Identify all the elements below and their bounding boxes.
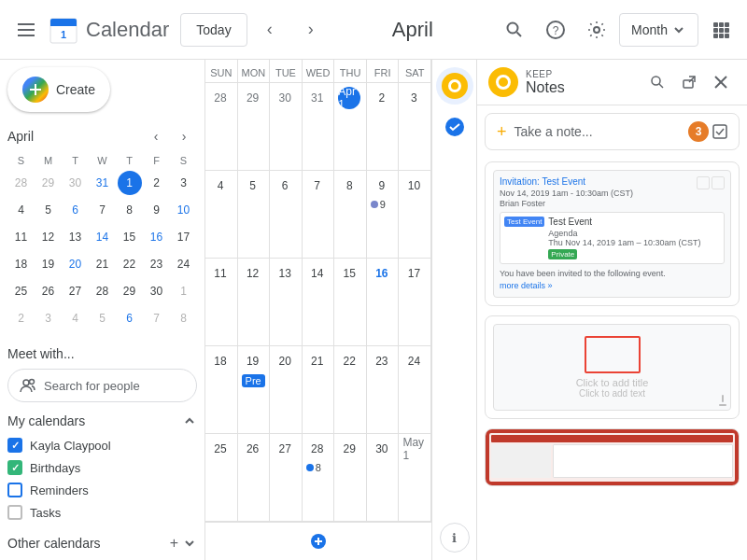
mini-day[interactable]: 2 [145,171,169,195]
cal-cell-apr29[interactable]: 29 [334,434,367,521]
cal-cell-may1[interactable]: May 1 [399,434,431,521]
cal-cell-apr13[interactable]: 13 [270,259,303,345]
menu-button[interactable] [7,11,45,49]
tasks-side-button[interactable] [436,108,473,146]
mini-day[interactable]: 17 [172,225,196,249]
mini-day[interactable]: 6 [118,306,142,330]
today-button[interactable]: Today [180,13,247,47]
mini-day[interactable]: 19 [36,252,61,276]
mini-next-button[interactable]: › [171,123,197,149]
mini-prev-button[interactable]: ‹ [143,123,169,149]
mini-day[interactable]: 16 [145,225,169,249]
mini-day[interactable]: 7 [91,198,115,222]
cal-cell-apr28[interactable]: 28 8 [303,434,335,521]
next-month-button[interactable]: › [292,11,330,49]
cal-cell-apr10[interactable]: 10 [399,171,431,258]
mini-day[interactable]: 4 [9,198,34,222]
event-chip-pre[interactable]: Pre [242,374,266,387]
mini-day[interactable]: 30 [145,279,169,303]
cal-cell-mar31[interactable]: 31 [303,83,335,170]
calendar-item-reminders[interactable]: Reminders [7,479,197,501]
mini-day[interactable]: 25 [9,279,34,303]
mini-day[interactable]: 11 [9,225,34,249]
other-calendars-header[interactable]: Other calendars + [7,535,197,552]
mini-day[interactable]: 29 [36,171,61,195]
mini-day[interactable]: 8 [118,198,142,222]
mini-day[interactable]: 18 [9,252,34,276]
mini-day[interactable]: 8 [172,306,196,330]
mini-day[interactable]: 27 [63,279,88,303]
keep-search-button[interactable] [642,67,672,97]
cal-cell-apr8[interactable]: 8 [334,171,367,258]
mini-day[interactable]: 15 [118,225,142,249]
note-card-3[interactable] [485,428,740,486]
view-mode-dropdown[interactable]: Month [619,13,698,47]
search-button[interactable] [496,11,533,49]
mini-day[interactable]: 5 [91,306,115,330]
cal-cell-apr23[interactable]: 23 [367,346,400,433]
cal-cell-apr20[interactable]: 20 [270,346,303,433]
info-button[interactable]: ℹ [440,523,470,553]
cal-cell-apr30[interactable]: 30 [367,434,400,521]
help-button[interactable]: ? [537,11,574,49]
cal-cell-apr16[interactable]: 16 [367,259,400,345]
mini-day[interactable]: 4 [63,306,88,330]
mini-day[interactable]: 24 [172,252,196,276]
mini-day[interactable]: 12 [36,225,61,249]
cal-cell-apr15[interactable]: 15 [334,259,367,345]
mini-day[interactable]: 30 [63,171,88,195]
calendar-item-birthdays[interactable]: ✓ Birthdays [7,456,197,479]
calendar-item-kayla[interactable]: ✓ Kayla Claypool [7,434,197,456]
cal-cell-mar29[interactable]: 29 [238,83,271,170]
cal-cell-apr6[interactable]: 6 [270,171,303,258]
note-card-2[interactable]: Click to add title Click to add text [485,315,740,419]
mini-day[interactable]: 28 [91,279,115,303]
cal-cell-apr24[interactable]: 24 [399,346,431,433]
prev-month-button[interactable]: ‹ [251,11,289,49]
mini-day[interactable]: 23 [145,252,169,276]
mini-day[interactable]: 2 [9,306,34,330]
keep-close-button[interactable] [706,67,736,97]
cal-cell-apr27[interactable]: 27 [270,434,303,521]
cal-cell-apr7[interactable]: 7 [303,171,335,258]
cal-cell-apr19[interactable]: 19 Pre [238,346,271,433]
mini-day[interactable]: 13 [63,225,88,249]
cal-cell-mar30[interactable]: 30 [270,83,303,170]
calendar-item-tasks[interactable]: Tasks [7,501,197,524]
mini-day[interactable]: 3 [36,306,61,330]
mini-day[interactable]: 28 [9,171,34,195]
cal-cell-apr26[interactable]: 26 [238,434,271,521]
keep-open-button[interactable] [674,67,704,97]
cal-cell-apr22[interactable]: 22 [334,346,367,433]
cal-cell-apr21[interactable]: 21 [303,346,335,433]
mini-day[interactable]: 20 [63,252,88,276]
mini-day[interactable]: 9 [145,198,169,222]
cal-cell-apr1[interactable]: Apr 1 [334,83,367,170]
settings-button[interactable] [578,11,615,49]
keep-side-button[interactable] [436,67,473,105]
mini-day[interactable]: 6 [63,198,88,222]
mini-day[interactable]: 31 [91,171,115,195]
my-calendars-header[interactable]: My calendars [7,413,197,428]
mini-day[interactable]: 21 [91,252,115,276]
add-event-fab[interactable] [303,526,333,556]
mini-day[interactable]: 10 [172,198,196,222]
mini-day[interactable]: 3 [172,171,196,195]
mini-day[interactable]: 14 [91,225,115,249]
cal-cell-apr2[interactable]: 2 [367,83,400,170]
mini-day[interactable]: 1 [172,279,196,303]
cal-cell-apr25[interactable]: 25 [205,434,238,521]
cal-cell-apr4[interactable]: 4 [205,171,238,258]
note-card-1[interactable]: Invitation: Test Event Nov 14, 2019 1am … [485,161,740,306]
apps-button[interactable] [702,11,740,49]
mini-day[interactable]: 29 [118,279,142,303]
cal-cell-apr3[interactable]: 3 [399,83,431,170]
mini-day[interactable]: 26 [36,279,61,303]
mini-day[interactable]: 7 [145,306,169,330]
add-other-calendar-button[interactable]: + [170,535,178,552]
create-button[interactable]: Create [7,67,110,112]
cal-cell-apr17[interactable]: 17 [399,259,431,345]
mini-day-today[interactable]: 1 [118,171,142,195]
cal-cell-apr18[interactable]: 18 [205,346,238,433]
take-note-bar[interactable]: + Take a note... 3 [485,113,740,150]
